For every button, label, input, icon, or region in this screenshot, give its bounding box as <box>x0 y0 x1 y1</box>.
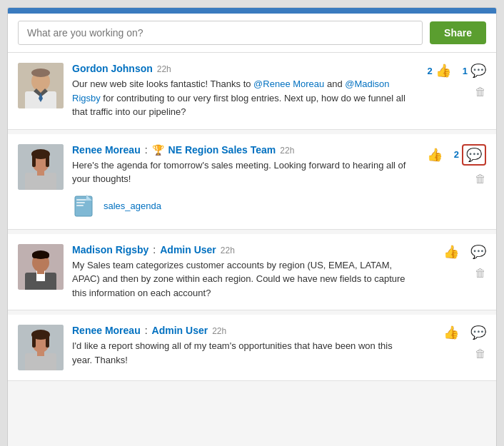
avatar <box>18 144 64 190</box>
post-item: Renee Moreau : 🏆 NE Region Sales Team 22… <box>8 134 496 230</box>
post-actions: 👍 2 💬 🗑 <box>415 144 486 186</box>
comment-button[interactable]: 💬 <box>470 244 486 260</box>
delete-button[interactable]: 🗑 <box>475 173 486 186</box>
post-body: Here's the agenda for tomorrow's sales m… <box>72 158 406 186</box>
post-header: Renee Moreau : 🏆 NE Region Sales Team 22… <box>72 144 406 156</box>
comment-count: 1 <box>463 66 468 76</box>
search-bar: Share <box>8 14 496 53</box>
action-row: 👍 💬 <box>443 244 486 260</box>
svg-rect-13 <box>46 154 49 167</box>
post-time: 22h <box>212 326 226 336</box>
share-button[interactable]: Share <box>430 21 486 44</box>
app-container: Share <box>7 7 497 446</box>
delete-button[interactable]: 🗑 <box>475 267 486 280</box>
post-content: Gordon Johnson 22h Our new web site look… <box>72 63 406 119</box>
comment-button[interactable]: 💬 <box>470 63 486 78</box>
comment-group: 1 💬 <box>463 63 486 78</box>
post-item: Madison Rigsby : Admin User 22h My Sales… <box>8 234 496 311</box>
post-author[interactable]: Renee Moreau <box>72 144 141 156</box>
post-header: Gordon Johnson 22h <box>72 63 406 74</box>
post-author[interactable]: Madison Rigsby <box>72 244 148 255</box>
post-actions: 👍 💬 🗑 <box>415 325 486 360</box>
feed: Gordon Johnson 22h Our new web site look… <box>8 53 496 381</box>
svg-point-4 <box>31 69 50 77</box>
post-author[interactable]: Renee Moreau <box>72 325 141 336</box>
like-group: 👍 <box>443 325 459 340</box>
avatar <box>18 325 64 370</box>
delete-button[interactable]: 🗑 <box>475 348 486 360</box>
post-header: Madison Rigsby : Admin User 22h <box>72 244 406 255</box>
post-author[interactable]: Gordon Johnson <box>72 63 153 74</box>
mention[interactable]: @Renee Moreau <box>253 78 324 89</box>
attachment: sales_agenda <box>72 193 406 219</box>
like-button[interactable]: 👍 <box>435 63 451 78</box>
post-content: Renee Moreau : Admin User 22h I'd like a… <box>72 325 406 367</box>
post-separator: : <box>153 244 156 255</box>
like-group: 2 👍 <box>428 63 451 78</box>
post-body: I'd like a report showing all of my team… <box>72 339 406 367</box>
post-actions: 👍 💬 🗑 <box>415 244 486 280</box>
like-group: 👍 <box>443 244 459 260</box>
svg-rect-16 <box>76 202 85 203</box>
svg-rect-15 <box>76 199 86 201</box>
avatar <box>18 63 64 108</box>
post-time: 22h <box>280 146 294 156</box>
comment-group: 2 💬 <box>454 144 486 166</box>
like-button[interactable]: 👍 <box>443 325 459 340</box>
svg-rect-33 <box>46 335 49 348</box>
top-bar <box>8 8 496 14</box>
comment-button[interactable]: 💬 <box>462 144 486 166</box>
svg-rect-26 <box>32 253 49 258</box>
svg-rect-32 <box>32 335 36 348</box>
post-header: Renee Moreau : Admin User 22h <box>72 325 406 336</box>
post-group[interactable]: NE Region Sales Team <box>168 144 276 156</box>
svg-rect-12 <box>32 154 36 167</box>
attachment-icon <box>72 193 98 219</box>
like-count: 2 <box>428 66 433 76</box>
post-body: My Sales team categorizes customer accou… <box>72 258 406 300</box>
mention[interactable]: @Madison Rigsby <box>72 78 390 103</box>
post-item: Renee Moreau : Admin User 22h I'd like a… <box>8 315 496 381</box>
action-row: 👍 2 💬 <box>427 144 486 166</box>
avatar <box>18 244 64 290</box>
post-item: Gordon Johnson 22h Our new web site look… <box>8 53 496 130</box>
like-button[interactable]: 👍 <box>427 147 443 163</box>
post-group: Admin User <box>152 325 208 336</box>
search-input[interactable] <box>18 21 423 45</box>
post-time: 22h <box>157 64 171 74</box>
comment-group: 💬 <box>470 244 486 260</box>
delete-button[interactable]: 🗑 <box>475 86 486 98</box>
post-group: Admin User <box>160 244 216 255</box>
post-body: Our new web site looks fantastic! Thanks… <box>72 77 406 119</box>
like-group: 👍 <box>427 147 443 163</box>
comment-group: 💬 <box>470 325 486 340</box>
action-row: 👍 💬 <box>443 325 486 340</box>
post-content: Renee Moreau : 🏆 NE Region Sales Team 22… <box>72 144 406 219</box>
post-actions: 2 👍 1 💬 🗑 <box>415 63 486 98</box>
post-time: 22h <box>221 245 235 255</box>
attachment-link[interactable]: sales_agenda <box>104 201 161 211</box>
post-separator: : <box>145 144 148 156</box>
comment-count: 2 <box>454 149 459 160</box>
svg-rect-17 <box>76 205 84 206</box>
post-content: Madison Rigsby : Admin User 22h My Sales… <box>72 244 406 300</box>
post-separator: : <box>145 325 148 336</box>
like-button[interactable]: 👍 <box>443 244 459 260</box>
comment-button[interactable]: 💬 <box>470 325 486 340</box>
action-row: 2 👍 1 💬 <box>428 63 486 78</box>
